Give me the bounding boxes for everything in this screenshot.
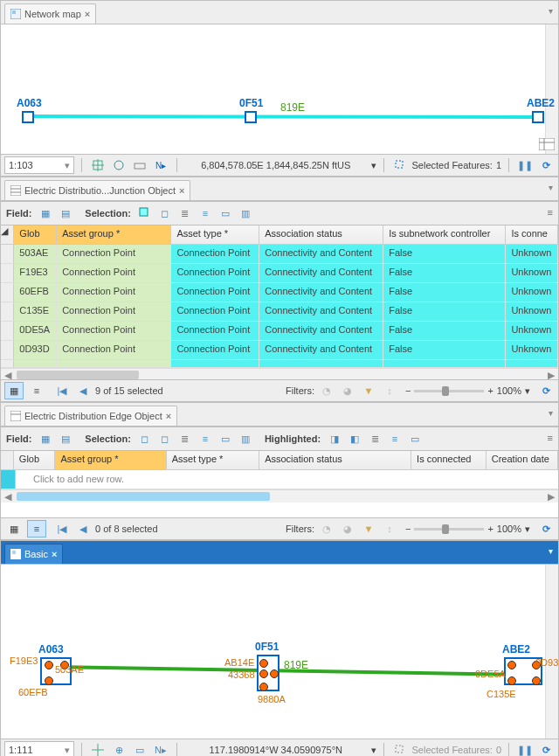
tb-icon[interactable]	[89, 156, 107, 174]
sel-icon[interactable]	[136, 205, 154, 222]
pause-icon[interactable]: ❚❚	[516, 741, 534, 756]
sel-icon4[interactable]: ≡	[197, 205, 214, 222]
map1-canvas[interactable]: A0630F51ABE2819E	[1, 24, 558, 154]
tab-network-map[interactable]: Network map ×	[4, 3, 96, 24]
col-creation[interactable]: Creation date	[487, 451, 558, 469]
rowview-icon[interactable]: ▦	[4, 382, 24, 399]
sel-icon6[interactable]: ▥	[237, 205, 254, 222]
node-0F51[interactable]	[245, 111, 257, 123]
rowview-icon[interactable]: ▦	[4, 520, 24, 538]
add-row[interactable]: Click to add new row.	[1, 470, 558, 489]
select-icon[interactable]	[391, 156, 409, 174]
hscroll[interactable]: ◀▶	[1, 368, 558, 379]
refresh-icon[interactable]: ⟳	[537, 382, 555, 399]
listview-icon[interactable]: ≡	[27, 520, 46, 538]
filter-icon3[interactable]: ▼	[360, 382, 377, 399]
junction-dot[interactable]	[507, 661, 516, 669]
tb-icon2[interactable]	[110, 156, 128, 174]
t2-grid[interactable]: Glob Asset group * Asset type * Associat…	[1, 451, 558, 517]
col-assetgroup[interactable]: Asset group *	[57, 225, 171, 244]
hscroll2[interactable]: ◀▶	[1, 489, 558, 503]
col-assettype[interactable]: Asset type *	[171, 225, 259, 244]
table-row[interactable]: 0DE5AConnection PointConnection PointCon…	[1, 322, 558, 341]
filter-icon2[interactable]: ◕	[339, 382, 356, 399]
junction-dot[interactable]	[259, 683, 268, 691]
junction-dot[interactable]	[270, 669, 279, 678]
table-row[interactable]: 0D93DConnection PointConnection PointCon…	[1, 341, 558, 360]
chevron-down-icon[interactable]: ▾	[549, 546, 553, 556]
tab-junction[interactable]: Electric Distributio...Junction Object ×	[4, 180, 190, 200]
close-icon[interactable]: ×	[85, 9, 90, 19]
junction-dot[interactable]	[45, 661, 53, 669]
tb-icon3[interactable]	[131, 156, 148, 174]
tb-icon2[interactable]: ⊕	[110, 741, 128, 756]
junction-dot[interactable]	[507, 676, 516, 685]
junction-dot[interactable]	[259, 659, 268, 668]
table-row[interactable]	[1, 360, 558, 368]
col-conn[interactable]: Is connected	[411, 451, 487, 469]
field-icon2[interactable]: ▤	[57, 205, 74, 222]
tb-icon4[interactable]: N▸	[152, 741, 169, 756]
col-assetgroup[interactable]: Asset group *	[55, 451, 166, 469]
tab-basic[interactable]: Basic ×	[4, 544, 63, 564]
table-row[interactable]: 60EFBConnection PointConnection PointCon…	[1, 283, 558, 302]
node-ABE2[interactable]	[532, 111, 544, 123]
table-row[interactable]: 503AEConnection PointConnection PointCon…	[1, 245, 558, 264]
col-assettype[interactable]: Asset type *	[167, 451, 259, 469]
scale-input[interactable]: 1:111▾	[4, 741, 74, 756]
t2-body[interactable]: Click to add new row.	[1, 470, 558, 489]
vertical-scrollbar[interactable]	[545, 565, 558, 739]
refresh-icon[interactable]: ⟳	[537, 741, 555, 756]
junction-dot[interactable]	[259, 669, 268, 678]
h-icon[interactable]: ◨	[326, 430, 343, 447]
zoom-slider[interactable]	[414, 390, 484, 392]
col-assocstatus[interactable]: Association status	[259, 225, 383, 244]
menu-icon[interactable]: ≡	[548, 433, 553, 443]
col-conn[interactable]: Is conne	[506, 225, 558, 244]
close-icon[interactable]: ×	[52, 549, 57, 559]
select-icon[interactable]	[391, 741, 409, 756]
tb-icon[interactable]	[89, 741, 107, 756]
zoom-in[interactable]: +	[487, 385, 493, 396]
filter-icon1[interactable]: ◔	[318, 382, 335, 399]
col-glob[interactable]: Glob	[14, 225, 57, 244]
table-icon[interactable]	[539, 138, 555, 150]
col-assocstatus[interactable]: Association status	[259, 451, 411, 469]
t1-body[interactable]: 503AEConnection PointConnection PointCon…	[1, 245, 558, 368]
s-icon[interactable]: ◻	[136, 430, 154, 447]
field-icon1[interactable]: ▦	[37, 205, 54, 222]
scale-input[interactable]: 1:103▾	[4, 156, 74, 174]
close-icon[interactable]: ×	[179, 185, 184, 196]
close-icon[interactable]: ×	[166, 411, 171, 421]
t1-grid[interactable]: ◢ Glob Asset group * Asset type * Associ…	[1, 225, 558, 379]
prev-icon[interactable]: ◀	[74, 382, 92, 399]
f-icon[interactable]: ▦	[37, 430, 54, 447]
listview-icon[interactable]: ≡	[27, 382, 46, 399]
f-icon2[interactable]: ▤	[57, 430, 74, 447]
zoom-out[interactable]: −	[405, 385, 411, 396]
chevron-down-icon[interactable]: ▾	[549, 408, 553, 418]
first-icon[interactable]: |◀	[53, 520, 71, 538]
map2-canvas[interactable]: A0630F51ABE2F19E3503AE60EFBAB14E43368988…	[1, 565, 558, 739]
col-subnet[interactable]: Is subnetwork controller	[383, 225, 506, 244]
sel-icon3[interactable]: ≣	[176, 205, 194, 222]
chevron-down-icon[interactable]: ▾	[549, 183, 553, 192]
node-A063[interactable]	[22, 111, 34, 123]
tab-edge[interactable]: Electric Distribution Edge Object ×	[4, 406, 177, 426]
filter-icon4[interactable]: ↕	[381, 382, 398, 399]
prev-icon[interactable]: ◀	[74, 520, 92, 538]
col-glob[interactable]: Glob	[14, 451, 56, 469]
junction-dot[interactable]	[45, 676, 53, 685]
menu-icon[interactable]: ≡	[548, 207, 553, 218]
chevron-down-icon[interactable]: ▾	[549, 6, 553, 16]
tb-icon3[interactable]: ▭	[131, 741, 148, 756]
vertical-scrollbar[interactable]	[545, 24, 558, 154]
refresh-icon[interactable]: ⟳	[537, 156, 555, 174]
refresh-icon[interactable]: ⟳	[537, 520, 555, 538]
sel-icon5[interactable]: ▭	[217, 205, 234, 222]
first-icon[interactable]: |◀	[53, 382, 71, 399]
sel-icon2[interactable]: ◻	[156, 205, 174, 222]
tb-icon4[interactable]: N▸	[152, 156, 169, 174]
junction-dot[interactable]	[532, 676, 541, 685]
pause-icon[interactable]: ❚❚	[516, 156, 534, 174]
